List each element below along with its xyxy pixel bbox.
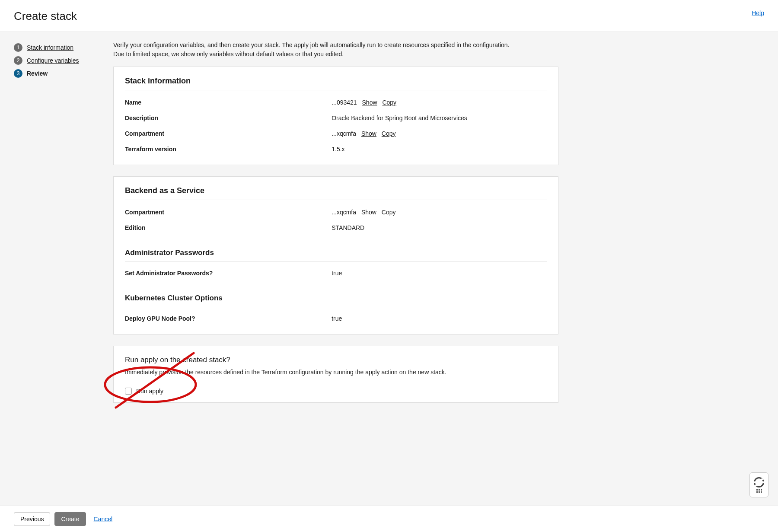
wizard-footer: Previous Create Cancel	[0, 506, 778, 532]
step-badge: 2	[14, 56, 22, 65]
section-heading-baas: Backend as a Service	[125, 186, 547, 200]
row-value: STANDARD	[332, 224, 547, 231]
help-link[interactable]: Help	[752, 10, 764, 16]
row-label: Description	[125, 115, 332, 121]
row-name: Name ...093421 Show Copy	[125, 95, 547, 110]
step-badge: 3	[14, 69, 22, 78]
show-link[interactable]: Show	[361, 209, 376, 216]
step-link[interactable]: Configure variables	[27, 57, 79, 64]
row-admin-set: Set Administrator Passwords? true	[125, 265, 547, 281]
row-label: Edition	[125, 224, 332, 231]
show-link[interactable]: Show	[361, 130, 376, 137]
step-link[interactable]: Stack information	[27, 44, 73, 51]
row-value: ...xqcmfa Show Copy	[332, 209, 547, 216]
value-text: ...xqcmfa	[332, 209, 356, 216]
row-baas-edition: Edition STANDARD	[125, 220, 547, 236]
main-content: Verify your configuration variables, and…	[113, 41, 558, 488]
row-label: Compartment	[125, 209, 332, 216]
section-heading-k8s: Kubernetes Cluster Options	[125, 294, 547, 307]
row-value: ...xqcmfa Show Copy	[332, 130, 547, 137]
section-heading-admin: Administrator Passwords	[125, 248, 547, 262]
copy-link[interactable]: Copy	[382, 99, 396, 106]
row-k8s-gpu: Deploy GPU Node Pool? true	[125, 311, 547, 326]
row-value: true	[332, 315, 547, 322]
card-run-apply: Run apply on the created stack? Immediat…	[113, 346, 558, 403]
value-text: true	[332, 315, 342, 322]
card-variables: Backend as a Service Compartment ...xqcm…	[113, 176, 558, 334]
row-label: Compartment	[125, 130, 332, 137]
intro-text: Verify your configuration variables, and…	[113, 41, 520, 59]
step-configure-variables[interactable]: 2 Configure variables	[14, 56, 113, 65]
row-terraform-version: Terraform version 1.5.x	[125, 141, 547, 157]
drag-handle-icon	[756, 489, 762, 493]
apply-heading: Run apply on the created stack?	[125, 356, 547, 364]
step-badge: 1	[14, 43, 22, 52]
row-value: true	[332, 270, 547, 277]
row-baas-compartment: Compartment ...xqcmfa Show Copy	[125, 204, 547, 220]
value-text: ...093421	[332, 99, 357, 106]
show-link[interactable]: Show	[362, 99, 377, 106]
card-stack-information: Stack information Name ...093421 Show Co…	[113, 67, 558, 165]
step-stack-information[interactable]: 1 Stack information	[14, 43, 113, 52]
row-label: Set Administrator Passwords?	[125, 270, 332, 277]
copy-link[interactable]: Copy	[382, 209, 396, 216]
previous-button[interactable]: Previous	[14, 512, 50, 526]
run-apply-checkbox[interactable]	[125, 388, 132, 395]
value-text: Oracle Backend for Spring Boot and Micro…	[332, 115, 467, 121]
value-text: 1.5.x	[332, 146, 344, 153]
value-text: true	[332, 270, 342, 277]
wizard-steps: 1 Stack information 2 Configure variable…	[14, 41, 113, 488]
card-heading: Stack information	[125, 76, 547, 90]
page-title: Create stack	[14, 10, 77, 23]
help-widget[interactable]	[749, 472, 768, 497]
create-button[interactable]: Create	[54, 512, 86, 526]
row-value: 1.5.x	[332, 146, 547, 153]
row-description: Description Oracle Backend for Spring Bo…	[125, 110, 547, 126]
row-label: Deploy GPU Node Pool?	[125, 315, 332, 322]
value-text: ...xqcmfa	[332, 130, 356, 137]
step-label: Review	[27, 70, 48, 77]
step-review: 3 Review	[14, 69, 113, 78]
copy-link[interactable]: Copy	[382, 130, 396, 137]
run-apply-checkbox-row: Run apply	[125, 388, 547, 395]
page-header: Create stack Help	[0, 0, 778, 32]
run-apply-label: Run apply	[136, 388, 163, 395]
lifebuoy-icon	[754, 477, 764, 487]
row-label: Name	[125, 99, 332, 106]
value-text: STANDARD	[332, 224, 364, 231]
apply-description: Immediately provision the resources defi…	[125, 369, 547, 376]
row-label: Terraform version	[125, 146, 332, 153]
row-value: Oracle Backend for Spring Boot and Micro…	[332, 115, 547, 121]
cancel-link[interactable]: Cancel	[94, 516, 113, 522]
row-compartment: Compartment ...xqcmfa Show Copy	[125, 126, 547, 141]
row-value: ...093421 Show Copy	[332, 99, 547, 106]
